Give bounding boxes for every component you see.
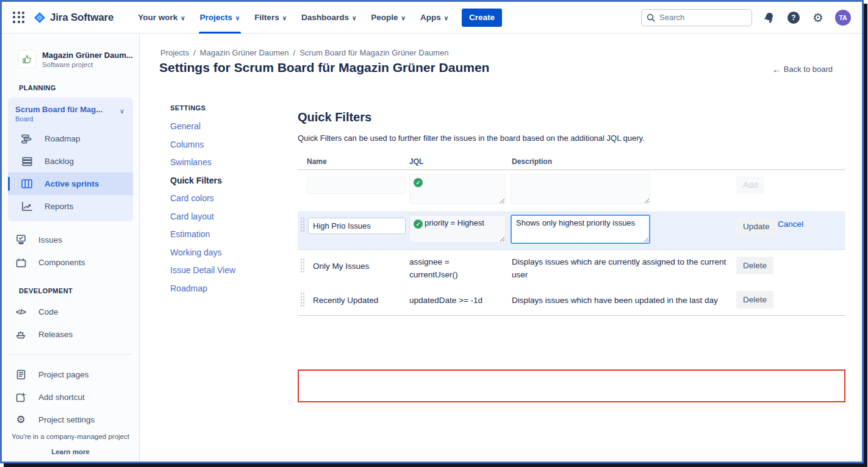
settings-nav-issue-detail-view[interactable]: Issue Detail View — [170, 265, 274, 275]
drag-handle[interactable] — [300, 292, 305, 307]
chevron-down-icon: ∨ — [120, 107, 124, 115]
components-icon — [14, 258, 27, 268]
annotation-highlight-box — [298, 369, 845, 402]
update-button[interactable]: Update — [736, 218, 777, 235]
notifications-bell-icon[interactable] — [762, 10, 777, 25]
breadcrumb-board[interactable]: Scrum Board für Magazin Grüner Daumen — [299, 48, 448, 57]
nav-your-work[interactable]: Your work∨ — [131, 2, 192, 34]
project-sidebar: Magazin Grüner Daum... Software project … — [2, 34, 140, 462]
filter-row-only-my-issues: Only My Issues assignee = currentUser() … — [298, 250, 845, 288]
edit-filter-jql-input[interactable]: priority = Highest — [409, 215, 506, 243]
sidebar-item-components[interactable]: Components — [2, 251, 139, 274]
project-header[interactable]: Magazin Grüner Daum... Software project — [2, 34, 139, 68]
settings-nav-estimation[interactable]: Estimation — [170, 229, 274, 239]
sidebar-item-project-settings[interactable]: ⚙ Project settings — [2, 408, 139, 431]
filter-description: Displays issues which have been updated … — [512, 294, 756, 307]
delete-button[interactable]: Delete — [736, 257, 773, 274]
settings-nav-swimlanes[interactable]: Swimlanes — [170, 157, 274, 167]
project-settings-gear-icon: ⚙ — [14, 415, 27, 425]
sidebar-item-reports[interactable]: Reports — [8, 195, 133, 218]
drag-handle[interactable] — [300, 217, 305, 232]
create-button[interactable]: Create — [462, 9, 502, 27]
drag-handle[interactable] — [300, 258, 305, 273]
chevron-down-icon: ∨ — [352, 15, 356, 21]
development-section-label: DEVELOPMENT — [2, 274, 139, 301]
table-bottom-border — [298, 315, 845, 316]
add-shortcut-icon — [14, 393, 27, 402]
breadcrumb-projects[interactable]: Projects — [160, 48, 189, 57]
new-filter-jql-input[interactable] — [409, 174, 506, 204]
filter-jql: updatedDate >= -1d — [409, 294, 501, 307]
chevron-down-icon: ∨ — [444, 15, 448, 21]
sidebar-item-project-pages[interactable]: Project pages — [2, 363, 139, 386]
board-switcher[interactable]: Scrum Board für Mag... Board ∨ — [8, 104, 133, 127]
sidebar-item-add-shortcut[interactable]: Add shortcut — [2, 386, 139, 408]
new-filter-description-input[interactable] — [511, 174, 650, 204]
nav-apps[interactable]: Apps∨ — [413, 2, 456, 34]
board-columns-icon — [20, 179, 34, 188]
column-header-name: Name — [307, 157, 327, 166]
page-title: Settings for Scrum Board für Magazin Grü… — [159, 60, 489, 75]
sidebar-item-issues[interactable]: Issues — [2, 229, 139, 251]
nav-people[interactable]: People∨ — [364, 2, 413, 34]
settings-nav-card-colors[interactable]: Card colors — [170, 193, 274, 203]
app-switcher-icon[interactable] — [13, 12, 25, 24]
back-to-board-link[interactable]: ← Back to board — [772, 64, 833, 74]
filter-description: Displays issues which are currently assi… — [512, 256, 728, 282]
reports-chart-icon — [20, 202, 34, 212]
settings-nav-quick-filters[interactable]: Quick Filters — [170, 176, 274, 185]
edit-filter-name-input[interactable] — [308, 218, 406, 234]
settings-nav-general[interactable]: General — [170, 121, 274, 131]
add-button[interactable]: Add — [736, 176, 764, 194]
sidebar-divider — [8, 354, 133, 355]
edit-filter-row: ✓ priority = Highest Shows only highest … — [298, 212, 845, 250]
sidebar-item-active-sprints[interactable]: Active sprints — [8, 173, 133, 195]
app-window: Jira Software Your work∨ Projects∨ Filte… — [0, 0, 864, 463]
settings-nav-label: SETTINGS — [170, 104, 274, 112]
delete-button[interactable]: Delete — [736, 291, 773, 308]
column-header-description: Description — [512, 157, 552, 166]
cancel-link[interactable]: Cancel — [778, 219, 803, 229]
chevron-down-icon: ∨ — [282, 15, 287, 21]
settings-nav-card-layout[interactable]: Card layout — [170, 212, 274, 221]
quick-filters-description: Quick Filters can be used to further fil… — [298, 134, 645, 143]
backlog-icon — [20, 157, 34, 166]
back-arrow-icon: ← — [772, 64, 781, 74]
filter-name: Recently Updated — [313, 294, 378, 307]
help-icon[interactable]: ? — [786, 10, 801, 25]
roadmap-icon — [20, 134, 34, 144]
breadcrumb-project[interactable]: Magazin Grüner Daumen — [200, 48, 289, 57]
settings-nav-columns[interactable]: Columns — [170, 140, 274, 149]
project-name: Magazin Grüner Daum... — [42, 51, 133, 60]
sidebar-item-backlog[interactable]: Backlog — [8, 150, 133, 173]
nav-dashboards[interactable]: Dashboards∨ — [294, 2, 364, 34]
search-icon — [647, 13, 655, 22]
settings-gear-icon[interactable]: ⚙ — [811, 10, 825, 25]
board-switcher-block: Scrum Board für Mag... Board ∨ Roadmap B… — [8, 98, 133, 221]
learn-more-link[interactable]: Learn more — [2, 448, 139, 455]
settings-nav-roadmap[interactable]: Roadmap — [170, 283, 274, 293]
sidebar-item-roadmap[interactable]: Roadmap — [8, 127, 133, 150]
global-search[interactable] — [641, 9, 752, 26]
project-thumbsup-icon — [18, 50, 36, 68]
add-filter-row: ✓ Add — [298, 170, 845, 212]
new-filter-name-input[interactable] — [307, 177, 406, 194]
jira-logo[interactable]: Jira Software — [34, 12, 113, 24]
code-icon: </> — [14, 307, 27, 316]
edit-filter-description-input[interactable]: Shows only highest priority issues — [511, 215, 650, 244]
user-avatar[interactable]: TA — [835, 10, 851, 26]
nav-filters[interactable]: Filters∨ — [247, 2, 294, 34]
search-input[interactable] — [659, 13, 739, 22]
table-header-row: Name JQL Description — [298, 153, 845, 170]
settings-nav-working-days[interactable]: Working days — [170, 248, 274, 257]
settings-nav: SETTINGS General Columns Swimlanes Quick… — [170, 104, 274, 301]
chevron-down-icon: ∨ — [401, 15, 406, 21]
sidebar-item-code[interactable]: </> Code — [2, 301, 139, 323]
filter-name: Only My Issues — [313, 260, 369, 273]
chevron-down-icon: ∨ — [181, 15, 185, 21]
project-type: Software project — [42, 61, 133, 68]
nav-projects[interactable]: Projects∨ — [193, 2, 248, 34]
planning-section-label: PLANNING — [2, 68, 139, 98]
board-name: Scrum Board für Mag... — [15, 105, 119, 114]
sidebar-item-releases[interactable]: Releases — [2, 323, 139, 346]
